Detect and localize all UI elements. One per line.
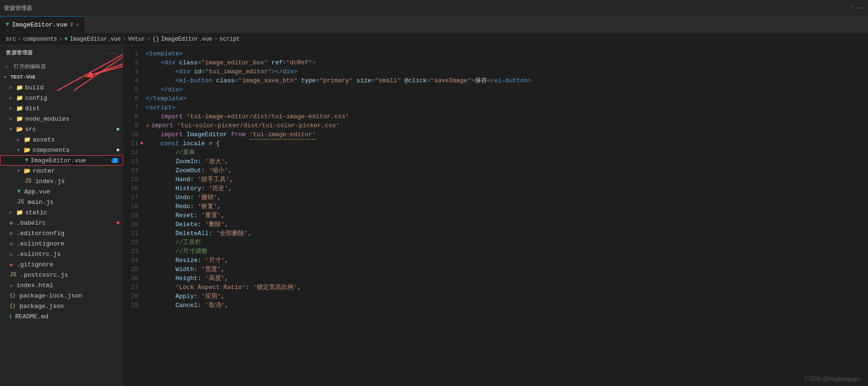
code-token: Undo: [175, 193, 190, 202]
sidebar-item-static[interactable]: ▷ 📁 static: [0, 207, 123, 218]
code-token: </el-button>: [487, 76, 532, 85]
tab-imageeditor[interactable]: ▼ ImageEditor.vue 2 ✕: [0, 16, 85, 33]
ln-5: 5: [123, 85, 138, 94]
sidebar-item-imageeditor[interactable]: ▼ ImageEditor.vue 2: [0, 155, 123, 166]
tree-label-readme: README.md: [15, 313, 48, 320]
sidebar-item-dist[interactable]: ▷ 📁 dist: [0, 103, 123, 114]
sidebar-project-root[interactable]: ▾ TEST-VUE: [0, 72, 123, 82]
sidebar-item-editorconfig[interactable]: ⚙ .editorconfig: [0, 228, 123, 238]
js-icon-router-index: JS: [25, 178, 31, 184]
folder-icon-config: 📁: [16, 95, 23, 102]
bc-braces: {}: [152, 36, 159, 43]
code-token: '取消': [205, 301, 225, 310]
tree-arrow-config: ▷: [9, 95, 14, 101]
code-token: Delete: [175, 220, 197, 229]
code-token: :: [197, 220, 205, 229]
code-line-3: <div id="tui_image_editor"></div>: [146, 67, 859, 76]
sidebar-item-babelrc[interactable]: ⚙ .babelrc: [0, 218, 123, 228]
code-token: Cancel: [175, 301, 197, 310]
code-container[interactable]: 1 2 3 4 5 6 7 8 9 10 11 12 13 14 15 16 1…: [123, 45, 868, 386]
more-icon[interactable]: ···: [850, 4, 864, 12]
code-token: [146, 85, 161, 94]
code-line-15: Hand: '抓手工具',: [146, 175, 859, 184]
sidebar-item-package-lock[interactable]: {} package-lock.json: [0, 290, 123, 301]
code-token: =": [371, 76, 379, 85]
tree-label-eslintignore: .eslintignore: [17, 240, 64, 247]
code-token: [212, 76, 216, 85]
sidebar-item-assets[interactable]: ▷ 📁 assets: [0, 134, 123, 145]
tree-label-node-modules: node_modules: [25, 115, 70, 123]
code-token: ref: [271, 58, 282, 67]
tree-label-gitignore: .gitignore: [17, 261, 54, 268]
components-modified-dot: [116, 149, 119, 151]
code-token: '全部删除': [216, 229, 248, 238]
code-line-21: DeleteAll: '全部删除',: [146, 229, 859, 238]
sidebar-item-components[interactable]: ▾ 📂 components: [0, 145, 123, 155]
ln-7: 7: [123, 103, 138, 112]
code-token: :: [197, 301, 205, 310]
code-token: '宽度': [201, 265, 221, 274]
code-token: ZoomIn: [175, 157, 197, 166]
sidebar-item-eslintrc[interactable]: ◎ .eslintrc.js: [0, 249, 123, 259]
code-token: ">: [467, 76, 475, 85]
tree-arrow-src: ▾: [9, 126, 14, 132]
code-token: :: [201, 166, 209, 175]
vue-file-icon: ▼: [6, 21, 9, 28]
ln-16: 16: [123, 184, 138, 193]
bc-imageeditor2: ImageEditor.vue: [161, 36, 212, 43]
code-line-6: </template>: [146, 94, 859, 103]
code-token: ,: [230, 175, 233, 184]
code-token: [146, 220, 175, 229]
sidebar-item-build[interactable]: ▷ 📁 build: [0, 82, 123, 93]
sidebar-item-app-vue[interactable]: ▼ App.vue: [0, 186, 123, 197]
tab-close-button[interactable]: ✕: [76, 22, 79, 28]
sidebar-item-readme[interactable]: ℹ README.md: [0, 311, 123, 322]
md-icon: ℹ: [9, 314, 11, 320]
code-token: :: [190, 175, 198, 184]
sidebar-more-icon[interactable]: ···: [107, 50, 117, 56]
tree-label-package-lock: package-lock.json: [19, 292, 82, 299]
sidebar-item-main-js[interactable]: JS main.js: [0, 197, 123, 207]
tree-label-package-json: package.json: [19, 303, 64, 310]
code-token: <script>: [146, 103, 175, 112]
code-token: from: [231, 130, 245, 139]
json-icon-package: {}: [9, 303, 16, 309]
code-token: 'tui-color-picker/dist/tui-color-picker.…: [177, 121, 340, 130]
code-token: [146, 193, 175, 202]
sidebar-item-eslintignore[interactable]: ◎ .eslintignore: [0, 238, 123, 249]
ln-18: 18: [123, 202, 138, 211]
html-icon: ◇: [9, 282, 13, 289]
sidebar-item-package-json[interactable]: {} package.json: [0, 301, 123, 311]
ln-20: 20: [123, 220, 138, 229]
sidebar-item-index-html[interactable]: ◇ index.html: [0, 280, 123, 290]
ln-27: 27: [123, 283, 138, 292]
sidebar: 资源管理器 ··· ▷ 打开的编辑器 ▾ TEST-VUE ▷ 📁 build …: [0, 45, 123, 386]
code-token: ,: [228, 166, 232, 175]
sidebar-item-src[interactable]: ▾ 📂 src: [0, 124, 123, 134]
code-line-14: ZoomOut: '缩小',: [146, 166, 859, 175]
sidebar-item-postcssrc[interactable]: JS .postcssrc.js: [0, 270, 123, 280]
tree-label-dist: dist: [25, 105, 40, 112]
code-token: ImageEditor: [187, 130, 227, 139]
bc-script: script: [219, 36, 240, 43]
code-token: :: [197, 256, 205, 265]
tree-label-index-html: index.html: [17, 282, 54, 289]
sidebar-item-gitignore[interactable]: ◆ .gitignore: [0, 259, 123, 270]
sidebar-header: 资源管理器 ···: [0, 45, 123, 60]
code-token: <template>: [146, 49, 183, 58]
sidebar-item-config[interactable]: ▷ 📁 config: [0, 93, 123, 103]
code-token: Reset: [175, 211, 194, 220]
code-token: ,: [217, 193, 221, 202]
code-token: [146, 265, 175, 274]
code-line-8: import 'tui-image-editor/dist/tui-image-…: [146, 112, 859, 121]
top-bar: 资源管理器 ···: [0, 0, 868, 17]
ln-10: 10: [123, 130, 138, 139]
sidebar-item-router[interactable]: ▾ 📂 router: [0, 166, 123, 176]
folder-icon-dist: 📁: [16, 105, 23, 112]
sidebar-item-router-index[interactable]: JS index.js: [0, 176, 123, 186]
sidebar-item-node-modules[interactable]: ▷ 📁 node_modules: [0, 114, 123, 124]
bc-components: components: [23, 36, 57, 43]
imageeditor-badge: 2: [111, 158, 119, 163]
code-token: 'Lock Aspect Ratio': [175, 283, 245, 292]
code-token: =": [197, 58, 205, 67]
